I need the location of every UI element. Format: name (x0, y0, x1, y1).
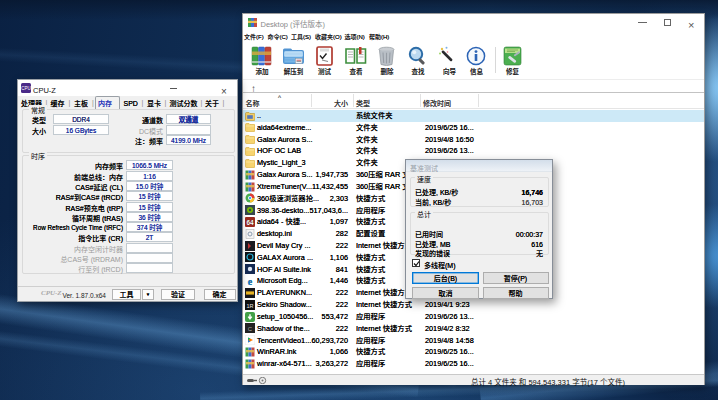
svg-text:64: 64 (246, 219, 254, 226)
svg-text:e: e (247, 276, 252, 286)
svg-text:CPU: CPU (21, 86, 31, 91)
svg-text:C: C (247, 326, 252, 332)
svg-text:1R: 1R (246, 302, 253, 308)
